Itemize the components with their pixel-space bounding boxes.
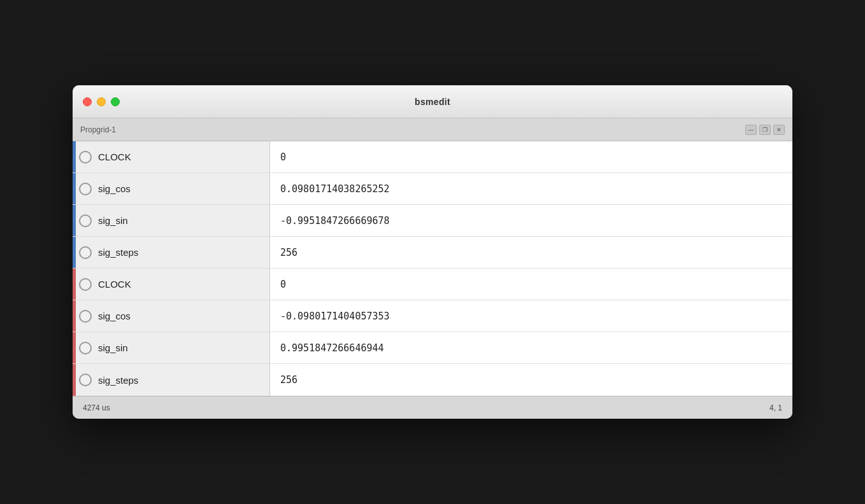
radio-button[interactable]	[79, 246, 92, 259]
row-left-col: sig_steps	[73, 237, 270, 268]
row-left-col: sig_cos	[73, 300, 270, 332]
color-bar-red	[73, 364, 76, 396]
property-table: CLOCK 0 sig_cos 0.09801714038265252 sig_…	[73, 141, 792, 396]
row-value: 0.09801714038265252	[280, 183, 390, 195]
color-bar-blue	[73, 205, 76, 236]
row-right-col: 0.9951847266646944	[270, 332, 792, 363]
propgrid-bar: Propgrid-1 — ❐ ✕	[73, 118, 792, 141]
row-right-col: 256	[270, 364, 792, 396]
main-window: bsmedit Propgrid-1 — ❐ ✕ CLOCK 0 sig_cos	[73, 85, 792, 419]
color-bar-blue	[73, 173, 76, 204]
radio-button[interactable]	[79, 214, 92, 227]
row-label: sig_steps	[98, 247, 138, 258]
table-row[interactable]: CLOCK 0	[73, 141, 792, 173]
row-left-col: CLOCK	[73, 141, 270, 172]
row-label: sig_cos	[98, 311, 131, 321]
row-value: 0	[280, 151, 286, 163]
color-bar-red	[73, 332, 76, 363]
row-value: 256	[280, 374, 297, 386]
row-label: CLOCK	[98, 151, 131, 162]
row-value: -0.9951847266669678	[280, 215, 390, 227]
row-value: 0.9951847266646944	[280, 342, 384, 354]
table-row[interactable]: sig_sin 0.9951847266646944	[73, 332, 792, 364]
table-row[interactable]: sig_cos -0.0980171404057353	[73, 300, 792, 332]
close-button[interactable]	[83, 97, 92, 106]
row-left-col: sig_steps	[73, 364, 270, 396]
color-bar-blue	[73, 237, 76, 268]
color-bar-red	[73, 269, 76, 300]
propgrid-controls: — ❐ ✕	[745, 125, 785, 135]
row-value: 0	[280, 279, 286, 290]
row-right-col: -0.9951847266669678	[270, 205, 792, 236]
radio-button[interactable]	[79, 151, 92, 164]
radio-button[interactable]	[79, 310, 92, 323]
table-row[interactable]: CLOCK 0	[73, 269, 792, 300]
table-row[interactable]: sig_steps 256	[73, 364, 792, 396]
row-left-col: sig_sin	[73, 332, 270, 363]
row-right-col: 0.09801714038265252	[270, 173, 792, 204]
table-row[interactable]: sig_cos 0.09801714038265252	[73, 173, 792, 205]
row-label: sig_cos	[98, 183, 131, 194]
row-right-col: 0	[270, 141, 792, 172]
maximize-button[interactable]	[111, 97, 120, 106]
propgrid-restore-button[interactable]: ❐	[759, 125, 771, 135]
row-value: 256	[280, 247, 297, 258]
row-value: -0.0980171404057353	[280, 311, 390, 322]
traffic-lights	[83, 97, 120, 106]
radio-button[interactable]	[79, 278, 92, 291]
propgrid-minimize-button[interactable]: —	[745, 125, 757, 135]
row-right-col: 0	[270, 269, 792, 300]
row-right-col: -0.0980171404057353	[270, 300, 792, 332]
row-label: sig_sin	[98, 215, 128, 226]
row-label: sig_sin	[98, 342, 128, 353]
color-bar-blue	[73, 141, 76, 172]
row-right-col: 256	[270, 237, 792, 268]
row-left-col: sig_sin	[73, 205, 270, 236]
table-row[interactable]: sig_steps 256	[73, 237, 792, 269]
row-left-col: sig_cos	[73, 173, 270, 204]
row-left-col: CLOCK	[73, 269, 270, 300]
table-row[interactable]: sig_sin -0.9951847266669678	[73, 205, 792, 237]
radio-button[interactable]	[79, 183, 92, 195]
radio-button[interactable]	[79, 374, 92, 386]
propgrid-close-button[interactable]: ✕	[773, 125, 785, 135]
row-label: CLOCK	[98, 279, 131, 290]
row-label: sig_steps	[98, 375, 138, 386]
status-position: 4, 1	[769, 403, 782, 412]
status-bar: 4274 us 4, 1	[73, 396, 792, 419]
minimize-button[interactable]	[97, 97, 106, 106]
window-title: bsmedit	[415, 97, 450, 107]
color-bar-red	[73, 300, 76, 332]
radio-button[interactable]	[79, 342, 92, 354]
title-bar: bsmedit	[73, 85, 792, 118]
status-time: 4274 us	[83, 403, 110, 412]
propgrid-title: Propgrid-1	[80, 125, 116, 134]
